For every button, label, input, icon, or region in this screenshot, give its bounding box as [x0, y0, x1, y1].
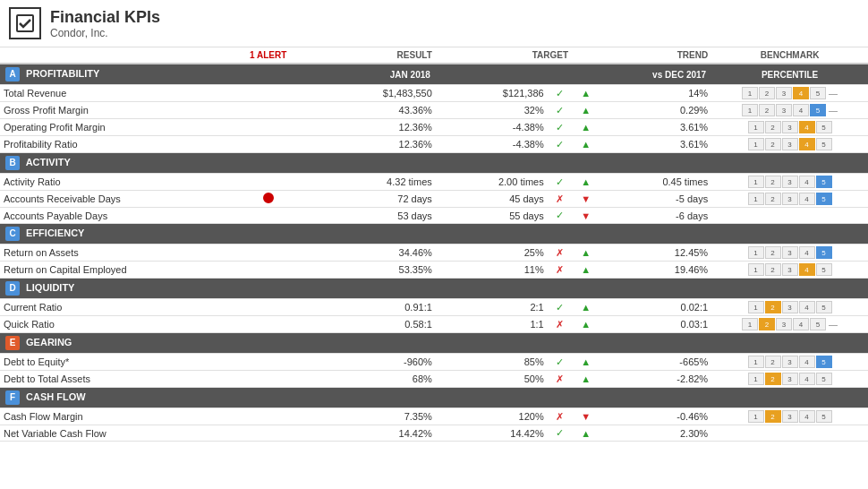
table-row: Current Ratio 0.91:1 2:1 ✓ ▲ 0.02:1 1234…	[0, 299, 868, 316]
period-label: JAN 2018	[313, 64, 436, 85]
alert-cell	[224, 191, 313, 208]
trend-value: 3.61%	[600, 136, 711, 153]
row-name: Operating Profit Margin	[0, 119, 224, 136]
table-row: Operating Profit Margin 12.36% -4.38% ✓ …	[0, 119, 868, 136]
benchmark-cell-3: 3	[782, 263, 798, 276]
benchmark-cell-5: 5	[816, 301, 832, 313]
alert-dot	[263, 193, 274, 203]
vs-label	[572, 153, 711, 174]
benchmark-cell-4: 4	[799, 138, 815, 150]
table-header: 1 ALERT RESULT TARGET TREND BENCHMARK	[0, 47, 868, 64]
benchmark-cell-3: 3	[782, 301, 798, 313]
trend-arrow: ▼	[572, 191, 600, 208]
section-label-E: GEARING	[26, 337, 72, 347]
target-check: ✗	[548, 408, 572, 425]
benchmark-cell-4: 4	[799, 193, 815, 205]
trend-value: 19.46%	[600, 262, 711, 279]
benchmark-cell-2: 2	[765, 193, 781, 205]
alert-cell	[224, 174, 313, 191]
row-name: Profitability Ratio	[0, 136, 224, 153]
target-cell: 11%	[436, 262, 548, 279]
benchmark-cell-5: 5	[816, 246, 832, 259]
section-header-B: B ACTIVITY	[0, 153, 868, 174]
trend-value: 2.30%	[600, 425, 711, 442]
benchmark-cell: 12345	[711, 174, 868, 191]
vs-label	[572, 224, 711, 244]
benchmark-cell-3: 3	[782, 410, 798, 423]
table-row: Net Variable Cash Flow 14.42% 14.42% ✓ ▲…	[0, 425, 868, 442]
benchmark-cell: 12345—	[711, 316, 868, 333]
target-check: ✗	[548, 191, 572, 208]
target-cell: 50%	[436, 371, 548, 388]
trend-value: 0.02:1	[600, 299, 711, 316]
target-header: TARGET	[436, 47, 572, 64]
benchmark-cell-4: 4	[793, 318, 809, 330]
table-row: Total Revenue $1,483,550 $121,386 ✓ ▲ 14…	[0, 85, 868, 102]
benchmark-cell-2: 2	[765, 121, 781, 133]
trend-value: 3.61%	[600, 119, 711, 136]
row-name: Activity Ratio	[0, 174, 224, 191]
benchmark-cell-1: 1	[748, 193, 764, 205]
result-header: RESULT	[313, 47, 436, 64]
benchmark-cell-4: 4	[793, 87, 809, 99]
period-label	[313, 153, 436, 174]
benchmark-cell-5: 5	[816, 193, 832, 205]
trend-value: -665%	[600, 354, 711, 371]
target-cell: -4.38%	[436, 119, 548, 136]
result-cell: 34.46%	[313, 244, 436, 262]
trend-arrow: ▲	[572, 354, 600, 371]
result-cell: 12.36%	[313, 119, 436, 136]
result-cell: -960%	[313, 354, 436, 371]
benchmark-cell-4: 4	[799, 356, 815, 368]
benchmark-cell: 12345	[711, 136, 868, 153]
benchmark-cell: 12345	[711, 119, 868, 136]
benchmark-cell: 12345—	[711, 85, 868, 102]
row-name: Accounts Receivable Days	[0, 191, 224, 208]
trend-value: -5 days	[600, 191, 711, 208]
result-cell: 72 days	[313, 191, 436, 208]
benchmark-cell-1: 1	[748, 246, 764, 259]
benchmark-cell-2: 2	[765, 176, 781, 188]
benchmark-cell: 12345	[711, 244, 868, 262]
row-name: Total Revenue	[0, 85, 224, 102]
trend-value: 0.45 times	[600, 174, 711, 191]
alert-cell	[224, 354, 313, 371]
benchmark-cell-5: 5	[816, 373, 832, 385]
table-row: Gross Profit Margin 43.36% 32% ✓ ▲ 0.29%…	[0, 102, 868, 119]
benchmark-cell-2: 2	[765, 301, 781, 313]
benchmark-cell-5: 5	[816, 121, 832, 133]
benchmark-cell-2: 2	[765, 410, 781, 423]
trend-value: 0.03:1	[600, 316, 711, 333]
benchmark-cell-1: 1	[748, 410, 764, 423]
benchmark-header: BENCHMARK	[711, 47, 868, 64]
benchmark-cell: 12345	[711, 371, 868, 388]
trend-arrow: ▲	[572, 119, 600, 136]
table-row: Profitability Ratio 12.36% -4.38% ✓ ▲ 3.…	[0, 136, 868, 153]
target-check: ✓	[548, 174, 572, 191]
alert-cell	[224, 408, 313, 425]
benchmark-cell-5: 5	[810, 318, 826, 330]
percentile-label	[711, 279, 868, 299]
benchmark-cell-1: 1	[748, 263, 764, 276]
benchmark-cell: 12345	[711, 191, 868, 208]
benchmark-cell-2: 2	[759, 318, 775, 330]
section-header-D: D LIQUIDITY	[0, 279, 868, 299]
benchmark-cell: 12345—	[711, 102, 868, 119]
section-badge-B: B	[5, 156, 20, 170]
benchmark-cell-1: 1	[742, 318, 758, 330]
benchmark-cell-5: 5	[816, 263, 832, 276]
benchmark-cell-5: 5	[816, 356, 832, 368]
benchmark-cell-3: 3	[782, 176, 798, 188]
benchmark-cell-3: 3	[782, 373, 798, 385]
alert-cell	[224, 102, 313, 119]
benchmark-dash: —	[829, 320, 838, 330]
target-cell: 14.42%	[436, 425, 548, 442]
result-cell: 0.91:1	[313, 299, 436, 316]
section-header-E: E GEARING	[0, 333, 868, 354]
benchmark-cell-2: 2	[765, 263, 781, 276]
header: Financial KPIs Condor, Inc.	[0, 0, 868, 47]
target-check: ✓	[548, 136, 572, 153]
result-cell: 53.35%	[313, 262, 436, 279]
section-header-A: A PROFITABILITY JAN 2018 vs DEC 2017 PER…	[0, 64, 868, 85]
result-cell: 53 days	[313, 208, 436, 224]
